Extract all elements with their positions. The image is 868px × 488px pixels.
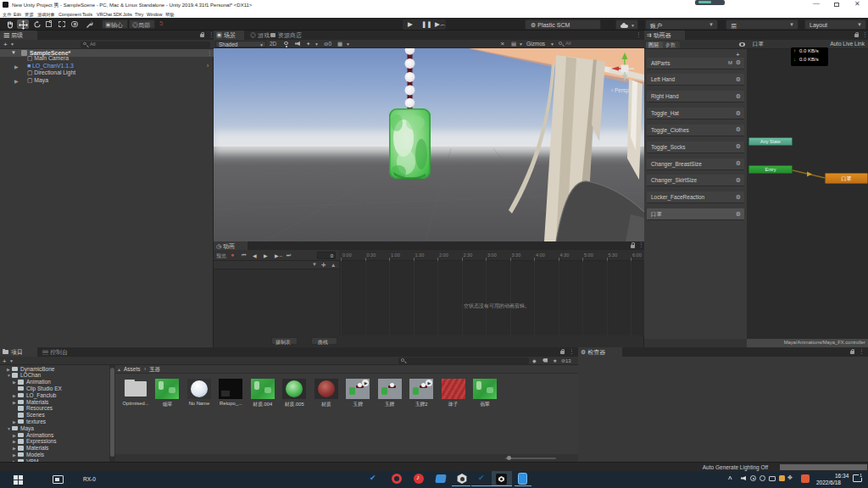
svg-text:‹ Persp: ‹ Persp (611, 87, 629, 94)
